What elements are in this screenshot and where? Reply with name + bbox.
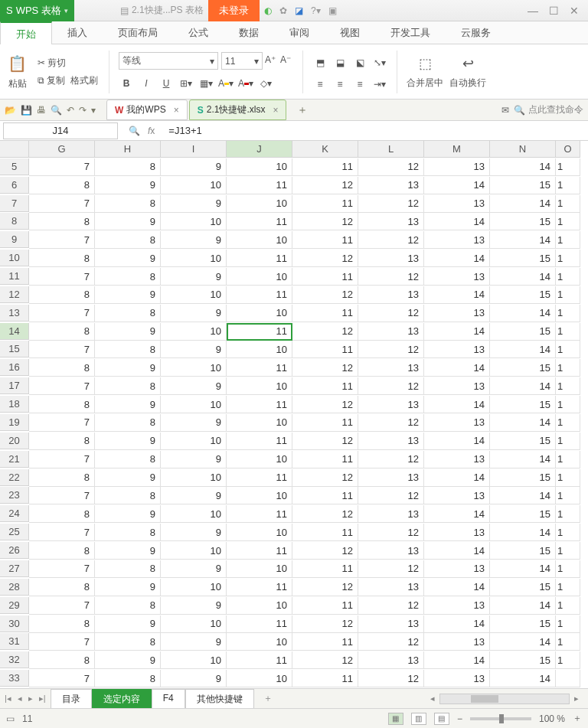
cell[interactable]: 8 — [95, 341, 161, 358]
row-header[interactable]: 6 — [0, 177, 29, 194]
cell[interactable]: 1 — [556, 560, 580, 578]
cell[interactable]: 11 — [292, 597, 358, 615]
cell[interactable]: 8 — [29, 542, 95, 560]
cell[interactable]: 14 — [490, 305, 556, 322]
cell[interactable]: 13 — [358, 396, 424, 413]
cell[interactable]: 7 — [29, 560, 95, 578]
cut-button[interactable]: ✂ 剪切 — [36, 56, 100, 70]
cell[interactable]: 8 — [29, 579, 95, 596]
cell[interactable]: 10 — [161, 469, 227, 487]
scroll-left-icon[interactable]: ◂ — [429, 694, 436, 704]
cell[interactable]: 7 — [29, 341, 95, 358]
cell[interactable]: 1 — [556, 433, 580, 450]
cell[interactable]: 11 — [292, 377, 358, 395]
align-bottom-button[interactable]: ⬕ — [352, 55, 368, 70]
cell[interactable]: 9 — [161, 670, 227, 687]
cell[interactable]: 8 — [95, 414, 161, 432]
cell[interactable]: 1 — [556, 268, 580, 286]
cell[interactable]: 9 — [95, 433, 161, 450]
cell[interactable]: 14 — [424, 323, 490, 341]
cell[interactable]: 14 — [424, 213, 490, 230]
cell[interactable]: 14 — [490, 195, 556, 213]
app-brand[interactable]: S WPS 表格 ▾ — [0, 0, 74, 21]
cell[interactable]: 1 — [556, 451, 580, 468]
close-button[interactable]: ✕ — [570, 5, 579, 17]
cell[interactable]: 8 — [95, 377, 161, 395]
cell[interactable]: 11 — [292, 231, 358, 249]
cell[interactable]: 10 — [227, 341, 292, 358]
cell[interactable]: 13 — [424, 560, 490, 578]
cell[interactable]: 11 — [292, 451, 358, 468]
cell[interactable]: 12 — [358, 633, 424, 651]
cell[interactable]: 1 — [556, 542, 580, 560]
row-header[interactable]: 11 — [0, 268, 29, 285]
cell[interactable]: 15 — [490, 396, 556, 413]
cell[interactable]: 10 — [161, 615, 227, 633]
cell[interactable]: 15 — [490, 213, 556, 230]
fill-color-button[interactable]: ▦▾ — [198, 76, 214, 91]
cell[interactable]: 1 — [556, 615, 580, 633]
cell[interactable]: 12 — [292, 651, 358, 669]
cell[interactable]: 13 — [358, 505, 424, 523]
cell[interactable]: 7 — [29, 268, 95, 286]
command-search[interactable]: 🔍 点此查找命令 — [514, 103, 583, 116]
cell[interactable]: 10 — [227, 451, 292, 468]
cell[interactable]: 10 — [161, 359, 227, 377]
cell[interactable]: 11 — [227, 542, 292, 560]
sheet-nav-prev[interactable]: ◂ — [16, 694, 24, 704]
cell[interactable]: 1 — [556, 213, 580, 230]
column-header[interactable]: L — [358, 141, 424, 158]
row-header[interactable]: 30 — [0, 615, 29, 632]
cell[interactable]: 8 — [95, 195, 161, 213]
cell[interactable]: 12 — [292, 396, 358, 413]
row-header[interactable]: 14 — [0, 323, 29, 340]
cell[interactable]: 12 — [292, 615, 358, 633]
cell[interactable]: 10 — [161, 250, 227, 267]
cell[interactable]: 14 — [424, 542, 490, 560]
cell[interactable]: 9 — [161, 597, 227, 615]
bold-button[interactable]: B — [119, 76, 134, 91]
cell[interactable]: 14 — [490, 487, 556, 504]
cell[interactable]: 10 — [161, 286, 227, 304]
cell[interactable]: 13 — [424, 268, 490, 286]
font-size-select[interactable]: 11▾ — [221, 52, 263, 70]
cell[interactable]: 9 — [95, 542, 161, 560]
cell[interactable]: 11 — [227, 505, 292, 523]
menu-tab-4[interactable]: 数据 — [224, 21, 274, 44]
cell[interactable]: 12 — [292, 542, 358, 560]
cell[interactable]: 14 — [490, 633, 556, 651]
cell[interactable]: 8 — [29, 615, 95, 633]
cell[interactable]: 12 — [292, 177, 358, 194]
cell[interactable]: 15 — [490, 505, 556, 523]
menu-tab-2[interactable]: 页面布局 — [103, 21, 173, 44]
cell[interactable]: 11 — [227, 323, 292, 341]
cell[interactable]: 9 — [95, 323, 161, 341]
sheet-nav-next[interactable]: ▸ — [27, 694, 34, 704]
cell[interactable]: 11 — [292, 414, 358, 432]
cell[interactable]: 14 — [490, 268, 556, 286]
cell[interactable]: 8 — [29, 651, 95, 669]
cell[interactable]: 8 — [95, 597, 161, 615]
scroll-thumb[interactable] — [471, 695, 498, 703]
cell[interactable]: 15 — [490, 177, 556, 194]
clear-format-button[interactable]: ◇▾ — [258, 76, 273, 91]
cell[interactable]: 10 — [227, 487, 292, 504]
row-header[interactable]: 23 — [0, 487, 29, 504]
cell[interactable]: 14 — [424, 651, 490, 669]
cell[interactable]: 13 — [424, 451, 490, 468]
cell[interactable]: 15 — [490, 651, 556, 669]
row-header[interactable]: 17 — [0, 377, 29, 394]
row-header[interactable]: 12 — [0, 286, 29, 303]
row-header[interactable]: 19 — [0, 414, 29, 431]
cell[interactable]: 10 — [227, 633, 292, 651]
row-header[interactable]: 15 — [0, 341, 29, 357]
menu-tab-7[interactable]: 开发工具 — [375, 21, 446, 44]
minimize-button[interactable]: — — [528, 5, 538, 17]
cell[interactable]: 11 — [292, 560, 358, 578]
popout-icon[interactable]: ▣ — [328, 5, 337, 16]
cell[interactable]: 14 — [424, 505, 490, 523]
cell[interactable]: 8 — [95, 158, 161, 176]
align-middle-button[interactable]: ⬓ — [332, 55, 348, 70]
cell[interactable]: 13 — [358, 579, 424, 596]
cancel-icon[interactable]: 🔍 — [129, 126, 140, 136]
